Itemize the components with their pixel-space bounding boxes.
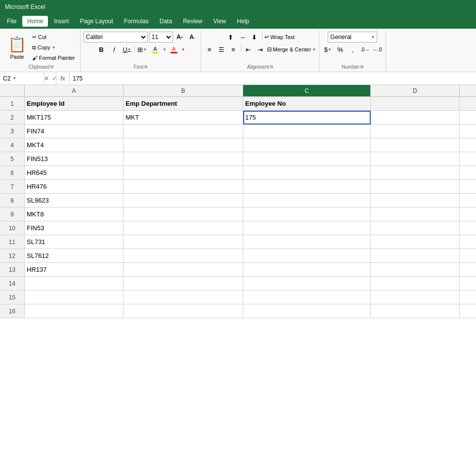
row-header-13[interactable]: 13 [0, 263, 25, 277]
align-right-button[interactable]: ≡ [228, 44, 239, 55]
col-header-c[interactable]: C [243, 85, 371, 97]
align-bottom-button[interactable]: ⬇ [249, 32, 260, 42]
corner-cell[interactable] [0, 85, 25, 97]
alignment-dialog-icon[interactable]: ⧉ [270, 64, 273, 70]
align-left-button[interactable]: ≡ [204, 44, 215, 55]
cell-D16[interactable] [371, 304, 460, 318]
cell-A10[interactable]: FIN53 [25, 221, 124, 235]
cell-B1[interactable]: Emp Department [124, 97, 243, 111]
formula-confirm-button[interactable]: ✓ [52, 72, 57, 84]
cell-C14[interactable] [243, 277, 371, 291]
bold-button[interactable]: B [96, 44, 107, 55]
fill-dropdown-arrow[interactable]: ▼ [163, 47, 167, 52]
font-color-dropdown-arrow[interactable]: ▼ [181, 47, 185, 52]
currency-button[interactable]: $▼ [322, 44, 333, 55]
copy-button[interactable]: ⧉ Copy ▼ [30, 42, 77, 52]
cell-A2[interactable]: MKT175 [25, 111, 124, 125]
cell-D13[interactable] [371, 263, 460, 277]
cell-A13[interactable]: HR137 [25, 263, 124, 277]
formula-cancel-button[interactable]: ✕ [44, 72, 49, 84]
cell-D2[interactable] [371, 111, 460, 125]
formula-input[interactable] [70, 72, 476, 84]
cell-B6[interactable] [124, 166, 243, 180]
increase-font-button[interactable]: A+ [174, 32, 185, 42]
merge-dropdown-arrow[interactable]: ▼ [312, 47, 316, 52]
cut-button[interactable]: ✂ Cut [30, 32, 77, 42]
cell-D7[interactable] [371, 180, 460, 194]
cell-B16[interactable] [124, 304, 243, 318]
row-header-10[interactable]: 10 [0, 221, 25, 235]
italic-button[interactable]: I [109, 44, 120, 55]
align-top-button[interactable]: ⬆ [225, 32, 236, 42]
cell-C7[interactable] [243, 180, 371, 194]
cell-A16[interactable] [25, 304, 124, 318]
cell-E10[interactable] [460, 221, 476, 235]
cell-B12[interactable] [124, 249, 243, 263]
row-header-15[interactable]: 15 [0, 291, 25, 304]
cell-C3[interactable] [243, 125, 371, 138]
row-header-3[interactable]: 3 [0, 125, 25, 138]
comma-button[interactable]: , [347, 44, 358, 55]
row-header-11[interactable]: 11 [0, 235, 25, 249]
number-dialog-icon[interactable]: ⧉ [360, 64, 363, 70]
cell-D5[interactable] [371, 152, 460, 166]
cell-C12[interactable] [243, 249, 371, 263]
underline-button[interactable]: U ▼ [122, 44, 132, 55]
cell-D1[interactable] [371, 97, 460, 111]
cell-D6[interactable] [371, 166, 460, 180]
row-header-14[interactable]: 14 [0, 277, 25, 291]
cell-A5[interactable]: FIN513 [25, 152, 124, 166]
cell-B5[interactable] [124, 152, 243, 166]
cell-A7[interactable]: HR476 [25, 180, 124, 194]
cell-C6[interactable] [243, 166, 371, 180]
cell-C15[interactable] [243, 291, 371, 304]
cell-E4[interactable] [460, 138, 476, 152]
cell-C8[interactable] [243, 194, 371, 208]
cell-A15[interactable] [25, 291, 124, 304]
cell-A9[interactable]: MKT8 [25, 208, 124, 221]
menu-page-layout[interactable]: Page Layout [75, 16, 118, 27]
cell-E1[interactable] [460, 97, 476, 111]
cell-D14[interactable] [371, 277, 460, 291]
cell-E14[interactable] [460, 277, 476, 291]
row-header-2[interactable]: 2 [0, 111, 25, 125]
cell-E11[interactable] [460, 235, 476, 249]
cell-D9[interactable] [371, 208, 460, 221]
col-header-b[interactable]: B [124, 85, 243, 97]
cell-E2[interactable] [460, 111, 476, 125]
cell-E12[interactable] [460, 249, 476, 263]
cell-A8[interactable]: SL9623 [25, 194, 124, 208]
row-header-16[interactable]: 16 [0, 304, 25, 318]
font-color-button[interactable]: A [169, 44, 179, 55]
cell-A1[interactable]: Employee Id [25, 97, 124, 111]
cell-B10[interactable] [124, 221, 243, 235]
cell-B13[interactable] [124, 263, 243, 277]
cell-E13[interactable] [460, 263, 476, 277]
merge-center-button[interactable]: ⊟ Merge & Center ▼ [267, 44, 316, 55]
cell-C9[interactable] [243, 208, 371, 221]
cell-A6[interactable]: HR645 [25, 166, 124, 180]
fill-color-button[interactable]: A [150, 44, 161, 55]
cell-D8[interactable] [371, 194, 460, 208]
col-header-a[interactable]: A [25, 85, 124, 97]
underline-dropdown-arrow[interactable]: ▼ [128, 47, 131, 52]
wrap-text-button[interactable]: ↵ Wrap Text [264, 32, 295, 42]
cell-E8[interactable] [460, 194, 476, 208]
cell-D10[interactable] [371, 221, 460, 235]
increase-indent-button[interactable]: ⇥ [255, 44, 266, 55]
percent-button[interactable]: % [335, 44, 346, 55]
paste-button[interactable]: 📋 Paste [5, 32, 29, 63]
menu-view[interactable]: View [209, 16, 231, 27]
cell-B8[interactable] [124, 194, 243, 208]
cell-C1[interactable]: Employee No [243, 97, 371, 111]
decrease-decimal-button[interactable]: ←.0 [372, 44, 383, 55]
font-dialog-icon[interactable]: ⧉ [144, 64, 147, 70]
cell-B7[interactable] [124, 180, 243, 194]
cell-A14[interactable] [25, 277, 124, 291]
number-format-select[interactable]: General ▼ [328, 32, 377, 42]
font-name-select[interactable]: Calibri [84, 32, 148, 42]
align-middle-button[interactable]: ↔ [237, 32, 248, 42]
cell-B3[interactable] [124, 125, 243, 138]
decrease-indent-button[interactable]: ⇤ [243, 44, 254, 55]
cell-E5[interactable] [460, 152, 476, 166]
